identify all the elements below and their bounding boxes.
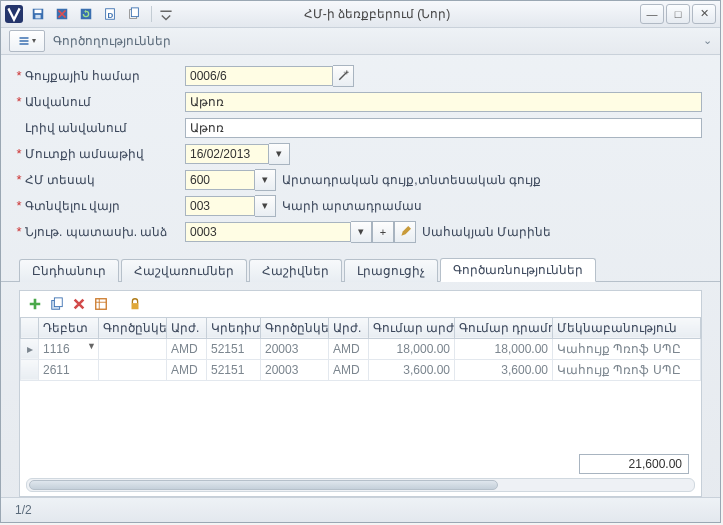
refresh-icon[interactable]: [75, 3, 97, 25]
label-location: Գտնվելու վայր: [23, 199, 185, 213]
table-row[interactable]: ▸ 1116▼ AMD 52151 20003 AMD 18,000.00 18…: [21, 338, 701, 359]
tab-general[interactable]: Ընդհանուր: [19, 259, 119, 282]
col-cur1[interactable]: Արժ.: [167, 317, 207, 338]
cell-note[interactable]: Կահույք Պռոֆ ՍՊԸ: [553, 338, 701, 359]
cell-credit[interactable]: 52151: [207, 338, 261, 359]
svg-rect-1: [35, 10, 42, 14]
cell-note[interactable]: Կահույք Պռոֆ ՍՊԸ: [553, 359, 701, 380]
cell-partner2[interactable]: 20003: [261, 359, 329, 380]
cell-partner1[interactable]: [99, 359, 167, 380]
required-marker: *: [15, 147, 23, 160]
save-icon[interactable]: [27, 3, 49, 25]
label-responsible: Նյութ. պատասխ. անձ: [23, 225, 185, 239]
responsible-input[interactable]: [185, 222, 351, 242]
view-mode-dropdown[interactable]: ▾: [9, 30, 45, 52]
grid-header-row: Դեբետ Գործընկեր Արժ. Կրեդիտ Գործընկեր Ար…: [21, 317, 701, 338]
statusbar: 1/2: [1, 497, 720, 522]
qat-customize-icon[interactable]: [158, 3, 174, 25]
close-button[interactable]: ✕: [692, 4, 716, 24]
entry-date-input[interactable]: [185, 144, 269, 164]
full-name-input[interactable]: [185, 118, 702, 138]
cell-cur2[interactable]: AMD: [329, 359, 369, 380]
responsible-add-icon[interactable]: +: [372, 221, 394, 243]
col-partner1[interactable]: Գործընկեր: [99, 317, 167, 338]
tab-extra[interactable]: Լրացուցիչ: [344, 259, 438, 282]
window-title: ՀՄ-ի ձեռքբերում (Նոր): [174, 7, 640, 21]
svg-rect-14: [54, 298, 62, 307]
cell-credit[interactable]: 52151: [207, 359, 261, 380]
cell-partner1[interactable]: [99, 338, 167, 359]
responsible-dropdown-icon[interactable]: ▾: [351, 221, 372, 243]
cell-cur1[interactable]: AMD: [167, 359, 207, 380]
label-hm-type: ՀՄ տեսակ: [23, 173, 185, 187]
delete-icon[interactable]: [51, 3, 73, 25]
tabs: Ընդհանուր Հաշվառումներ Հաշիվներ Լրացուցի…: [1, 257, 720, 282]
tab-reval[interactable]: Հաշվառումներ: [121, 259, 247, 282]
entry-date-dropdown-icon[interactable]: ▾: [269, 143, 290, 165]
label-full-name: Լրիվ անվանում: [23, 121, 185, 135]
grid-lock-icon[interactable]: [126, 295, 144, 313]
hm-type-desc: Արտադրական գույք,տնտեսական գույք: [282, 173, 541, 187]
col-note[interactable]: Մեկնաբանություն: [553, 317, 701, 338]
scrollbar-thumb[interactable]: [29, 480, 498, 490]
tab-ops[interactable]: Գործառնություններ: [440, 258, 596, 282]
col-cur2[interactable]: Արժ.: [329, 317, 369, 338]
section-label: Գործողություններ: [53, 34, 171, 48]
svg-rect-2: [35, 15, 40, 19]
tab-accounts[interactable]: Հաշիվներ: [249, 259, 342, 282]
maximize-button[interactable]: □: [666, 4, 690, 24]
grid-tool-icon[interactable]: [92, 295, 110, 313]
cell-partner2[interactable]: 20003: [261, 338, 329, 359]
table-row[interactable]: 2611 AMD 52151 20003 AMD 3,600.00 3,600.…: [21, 359, 701, 380]
minimize-button[interactable]: —: [640, 4, 664, 24]
col-amount-cur[interactable]: Գումար արժ.: [369, 317, 455, 338]
required-marker: *: [15, 225, 23, 238]
cell-cur1[interactable]: AMD: [167, 338, 207, 359]
cell-amount-dram[interactable]: 3,600.00: [455, 359, 553, 380]
label-name: Անվանում: [23, 95, 185, 109]
hm-type-dropdown-icon[interactable]: ▾: [255, 169, 276, 191]
cell-amount-dram[interactable]: 18,000.00: [455, 338, 553, 359]
row-indicator-icon: [21, 359, 39, 380]
inventory-number-input[interactable]: [185, 66, 333, 86]
grid-add-icon[interactable]: [26, 295, 44, 313]
chevron-down-icon[interactable]: ▼: [87, 341, 96, 351]
location-desc: Կարի արտադրամաս: [282, 199, 422, 213]
cell-cur2[interactable]: AMD: [329, 338, 369, 359]
responsible-edit-icon[interactable]: [394, 221, 416, 243]
svg-rect-8: [131, 8, 138, 17]
window: D ՀՄ-ի ձեռքբերում (Նոր) — □ ✕ ▾ Գործողու…: [0, 0, 721, 523]
location-dropdown-icon[interactable]: ▾: [255, 195, 276, 217]
app-icon: [5, 5, 23, 23]
location-input[interactable]: [185, 196, 255, 216]
inventory-number-wand-icon[interactable]: [333, 65, 354, 87]
col-credit[interactable]: Կրեդիտ: [207, 317, 261, 338]
form-area: * Գույքային համար * Անվանում Լրիվ անվանո…: [1, 55, 720, 253]
ribbon-toolbar: ▾ Գործողություններ ⌄: [1, 28, 720, 55]
label-entry-date: Մուտքի ամսաթիվ: [23, 147, 185, 161]
horizontal-scrollbar[interactable]: [26, 478, 695, 492]
cell-debit[interactable]: 1116: [43, 342, 70, 356]
cell-amount-cur[interactable]: 3,600.00: [369, 359, 455, 380]
svg-rect-10: [20, 40, 29, 42]
required-marker: [15, 121, 23, 134]
copy-icon[interactable]: [123, 3, 145, 25]
quick-access-toolbar: D: [27, 3, 174, 25]
name-input[interactable]: [185, 92, 702, 112]
cell-amount-cur[interactable]: 18,000.00: [369, 338, 455, 359]
col-debit[interactable]: Դեբետ: [39, 317, 99, 338]
grid-copy-icon[interactable]: [48, 295, 66, 313]
responsible-desc: Սահակյան Մարինե: [422, 225, 551, 239]
collapse-ribbon-icon[interactable]: ⌄: [703, 34, 712, 47]
svg-rect-11: [20, 43, 29, 45]
col-amount-dram[interactable]: Գումար դրամով: [455, 317, 553, 338]
grid-delete-icon[interactable]: [70, 295, 88, 313]
svg-rect-15: [96, 299, 107, 310]
document-d-icon[interactable]: D: [99, 3, 121, 25]
cell-debit[interactable]: 2611: [39, 359, 99, 380]
hm-type-input[interactable]: [185, 170, 255, 190]
col-partner2[interactable]: Գործընկեր: [261, 317, 329, 338]
svg-rect-9: [20, 37, 29, 39]
operations-grid[interactable]: Դեբետ Գործընկեր Արժ. Կրեդիտ Գործընկեր Ար…: [20, 317, 701, 381]
row-indicator-icon: ▸: [21, 338, 39, 359]
